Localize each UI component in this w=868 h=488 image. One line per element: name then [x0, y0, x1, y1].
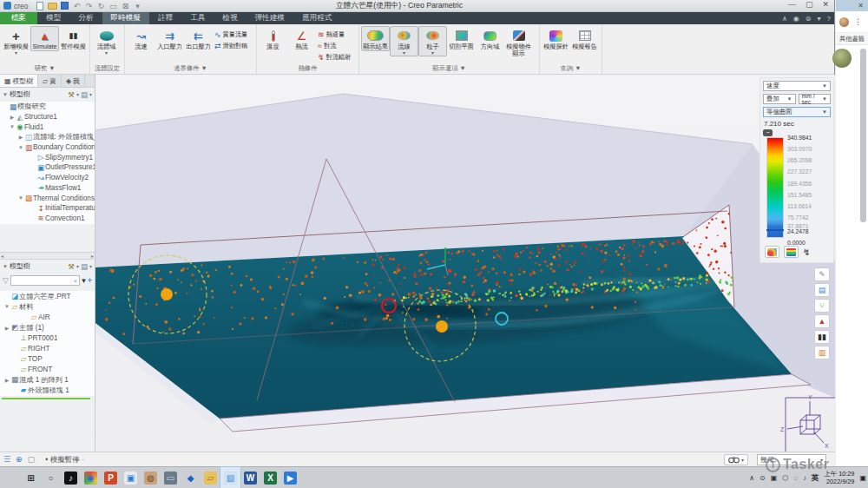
expand-icon[interactable]: ▶: [3, 325, 10, 331]
qat-button[interactable]: ▭: [109, 1, 118, 10]
qat-button[interactable]: ↷: [85, 1, 94, 10]
tree-item[interactable]: ▦ 模擬研究: [0, 102, 95, 112]
ribbon-button[interactable]: 模擬探針: [542, 26, 570, 51]
tree-item[interactable]: ↧ InitialTemperatur: [0, 203, 95, 214]
ribbon-tab[interactable]: 應用程式: [293, 12, 340, 24]
tree-item[interactable]: ▶ ◭ Structure1: [0, 112, 95, 122]
close-button[interactable]: ✕: [822, 0, 829, 9]
ribbon-utility-icon[interactable]: ⊜: [806, 15, 812, 23]
group-label[interactable]: 流體設定: [90, 64, 124, 73]
legend-display-button[interactable]: [765, 246, 779, 258]
tree-settings-icon[interactable]: ⚒: [68, 262, 75, 271]
ribbon-button-small[interactable]: ≋ 熱通量: [316, 29, 352, 40]
search-button[interactable]: ▾: [724, 454, 748, 465]
tree-item[interactable]: ▼ ▱ 材料: [0, 301, 95, 312]
expand-icon[interactable]: ▶: [3, 377, 10, 383]
ribbon-button[interactable]: 流線▾: [390, 26, 418, 56]
ribbon-tab[interactable]: 檔案: [0, 12, 37, 24]
group-label[interactable]: 熱條件: [257, 64, 358, 73]
panel-tab[interactable]: ▱資: [38, 75, 62, 87]
ribbon-button[interactable]: ⇇ 出口壓力: [184, 26, 213, 51]
ribbon-button-small[interactable]: ↯ 對流輻射: [316, 51, 352, 63]
tray-icon[interactable]: ⊙: [760, 474, 766, 482]
ribbon-button-small[interactable]: ⇄ 滑動對稱: [213, 40, 249, 51]
ribbon-tab[interactable]: 分析: [69, 12, 102, 24]
ribbon-tab[interactable]: 即時模擬: [102, 12, 149, 24]
graphics-toolbar-button[interactable]: ▮▮: [814, 330, 830, 344]
ribbon-button[interactable]: 溫度: [259, 26, 287, 51]
tree-item[interactable]: ▰ 外殼體積塊 1: [0, 385, 95, 395]
tree-item[interactable]: ↝ FlowVelocity2: [0, 173, 95, 183]
ribbon-button[interactable]: 模擬報告: [570, 26, 599, 51]
tree-filter-input[interactable]: ×: [10, 275, 80, 286]
ime-indicator[interactable]: 英: [812, 473, 819, 484]
qat-button[interactable]: ↶: [73, 1, 82, 10]
ribbon-button[interactable]: ∠ 熱流: [287, 26, 316, 51]
ribbon-utility-icon[interactable]: ?: [827, 15, 831, 23]
tray-icon[interactable]: ∧: [749, 474, 754, 482]
tray-icon[interactable]: ◌: [793, 474, 798, 482]
tree-item[interactable]: ▱ FRONT: [0, 364, 95, 374]
taskbar-app-button[interactable]: W: [240, 467, 260, 488]
tree-item[interactable]: ▼ ▨ Thermal Conditions: [0, 193, 95, 203]
ribbon-button[interactable]: 方向域: [476, 26, 504, 51]
tree-show-icon[interactable]: ▤: [81, 262, 88, 271]
minimize-button[interactable]: —: [788, 0, 796, 9]
other-bookmarks-label[interactable]: 其他書籤: [839, 35, 865, 43]
ribbon-button-small[interactable]: ∿ 質量流量: [213, 29, 249, 40]
browser-menu-icon[interactable]: ⋮: [854, 17, 862, 26]
group-label[interactable]: 顯示選項 ▼: [359, 64, 539, 73]
ribbon-button[interactable]: ▮▮ 暫停模擬: [59, 26, 88, 51]
tree-show-icon[interactable]: ▤: [81, 90, 88, 99]
taskbar-app-button[interactable]: ▭: [161, 467, 181, 488]
legend-colormap-button[interactable]: [784, 246, 799, 258]
taskbar-app-button[interactable]: ◉: [81, 467, 101, 488]
tree-item[interactable]: ▼ ◉ Fluid1: [0, 122, 95, 132]
graphics-toolbar-button[interactable]: ▤: [814, 283, 830, 297]
expand-icon[interactable]: ▶: [17, 134, 24, 140]
tree-item[interactable]: ▷ SlipSymmetry1: [0, 152, 95, 162]
tree-item[interactable]: ◪ 立體六芒星.PRT: [0, 291, 95, 301]
panel-tab[interactable]: ▦模型樹: [0, 75, 38, 87]
clock[interactable]: 上午 10:29 2022/9/29: [825, 471, 855, 485]
graphics-toolbar-button[interactable]: ▥: [814, 346, 830, 359]
ribbon-tab[interactable]: 工具: [181, 12, 214, 24]
status-icon-button[interactable]: ⊕: [16, 455, 23, 464]
ribbon-button-small[interactable]: ≈ 對流: [316, 40, 352, 51]
expand-icon[interactable]: ▼: [9, 124, 16, 129]
selection-filter-select[interactable]: 幾何▾: [757, 454, 826, 465]
ribbon-utility-icon[interactable]: ◉: [793, 15, 799, 23]
taskbar-app-button[interactable]: P: [101, 467, 121, 488]
ribbon-button[interactable]: 顯示結果: [361, 26, 390, 51]
ribbon-utility-icon[interactable]: ▾: [818, 15, 821, 23]
ribbon-tab[interactable]: 彈性建模: [247, 12, 293, 24]
browser-close-button[interactable]: ✕: [858, 2, 864, 10]
browser-scrollbar[interactable]: [860, 49, 866, 222]
expand-icon[interactable]: ▼: [3, 304, 10, 309]
taskbar-app-button[interactable]: X: [260, 467, 280, 488]
qat-button[interactable]: ▾: [134, 1, 142, 10]
taskbar-app-button[interactable]: ▣: [121, 467, 141, 488]
taskbar-app-button[interactable]: ▶: [280, 467, 300, 488]
expand-icon[interactable]: ▼: [17, 145, 24, 150]
add-filter-button[interactable]: +: [88, 276, 92, 285]
tree-settings-icon[interactable]: ⚒: [68, 90, 75, 99]
ribbon-tab[interactable]: 註釋: [149, 12, 181, 24]
taskbar-app-button[interactable]: ⊞: [21, 467, 41, 488]
tree-item[interactable]: ▼ ▥ Boundary Conditions: [0, 142, 95, 153]
tree-item[interactable]: ⊥ PRT0001: [0, 333, 95, 343]
tray-icon[interactable]: ♪: [803, 474, 806, 482]
ribbon-button[interactable]: ↝ 流速: [127, 26, 155, 51]
taskbar-app-button[interactable]: ◆: [181, 467, 201, 488]
tree-item[interactable]: ▱ RIGHT: [0, 343, 95, 353]
qat-button[interactable]: [48, 1, 57, 10]
tree-item[interactable]: ↠ MassFlow1: [0, 183, 95, 194]
notification-center-icon[interactable]: ▣: [859, 474, 866, 482]
ribbon-tab[interactable]: 模型: [37, 12, 69, 24]
qat-button[interactable]: [61, 1, 69, 10]
group-label[interactable]: 邊界條件 ▼: [125, 64, 256, 73]
ribbon-button[interactable]: 切割平面: [447, 26, 476, 51]
graphics-toolbar-button[interactable]: ✎: [814, 267, 830, 281]
taskbar-app-button[interactable]: ○: [41, 467, 61, 488]
tree-item[interactable]: ▱ TOP: [0, 353, 95, 364]
